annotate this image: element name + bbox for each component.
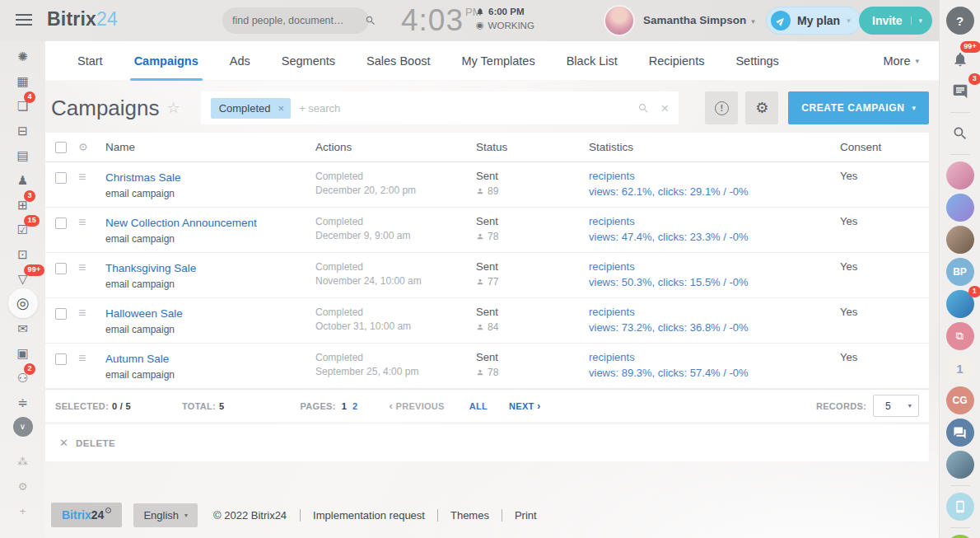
sidebar-item-automation[interactable]: ⚇ 2: [0, 365, 45, 390]
recipients-link[interactable]: recipients: [589, 306, 840, 318]
campaign-name-link[interactable]: Thanksgiving Sale: [105, 262, 196, 274]
chip-close-icon[interactable]: ×: [278, 102, 285, 115]
column-header-statistics[interactable]: Statistics: [589, 141, 840, 153]
mobile-app-button[interactable]: [946, 493, 974, 521]
contact-avatar-initials[interactable]: BP: [946, 258, 974, 286]
photos-channel-button[interactable]: ⧉: [946, 322, 974, 350]
call-button[interactable]: [946, 535, 974, 538]
sidebar-item-preferences[interactable]: ≑: [0, 390, 45, 414]
contact-avatar[interactable]: [946, 451, 974, 479]
sidebar-item-marketing[interactable]: ◎: [0, 291, 45, 316]
sidebar-item-inbox[interactable]: ⊟: [0, 118, 45, 143]
filter-chip[interactable]: Completed ×: [211, 98, 291, 119]
campaign-name-link[interactable]: Halloween Sale: [105, 307, 183, 320]
tab-campaigns[interactable]: Campaigns: [119, 41, 214, 81]
row-checkbox[interactable]: [55, 353, 67, 365]
filter-search-input[interactable]: [299, 102, 637, 115]
tab-recipients[interactable]: Recipients: [633, 41, 721, 81]
sidebar-search-button[interactable]: [946, 119, 974, 147]
contact-avatar[interactable]: [946, 194, 974, 222]
themes-link[interactable]: Themes: [450, 509, 489, 522]
help-button[interactable]: ?: [946, 7, 974, 35]
recipients-link[interactable]: recipients: [589, 215, 840, 227]
recipients-link[interactable]: recipients: [589, 170, 840, 182]
print-link[interactable]: Print: [515, 509, 537, 522]
implementation-request-link[interactable]: Implementation request: [313, 509, 425, 522]
sidebar-item-drive[interactable]: ▣: [0, 340, 45, 365]
sidebar-item-calendar[interactable]: ⊞ 3: [0, 192, 45, 217]
stats-link[interactable]: views: 89.3%, clicks: 57.4% / -0%: [589, 367, 840, 379]
all-button[interactable]: ALL: [469, 401, 488, 411]
page-1[interactable]: 1: [342, 401, 347, 411]
bitrix24-footer-button[interactable]: Bitrix24: [51, 503, 122, 527]
tab-ads[interactable]: Ads: [214, 41, 266, 81]
contact-avatar-initials[interactable]: CG: [946, 386, 974, 414]
tab-segments[interactable]: Segments: [266, 41, 351, 81]
drag-handle-icon[interactable]: ≡: [78, 216, 105, 229]
create-campaign-button[interactable]: CREATE CAMPAIGN ▾: [788, 91, 929, 124]
favorite-star-icon[interactable]: ☆: [167, 99, 180, 117]
row-checkbox[interactable]: [55, 172, 67, 184]
sidebar-item-add[interactable]: +: [0, 498, 45, 523]
drag-handle-icon[interactable]: ≡: [78, 171, 105, 184]
user-menu[interactable]: Samantha Simpson▾: [643, 14, 755, 26]
clock[interactable]: 4:03PM: [401, 3, 482, 38]
sidebar-item-mail[interactable]: ✉: [0, 316, 45, 340]
my-plan-button[interactable]: My plan ▾: [766, 7, 861, 35]
sidebar-item-settings[interactable]: ⚙: [0, 474, 45, 498]
notifications-button[interactable]: 99+: [946, 45, 974, 73]
sidebar-item-feed[interactable]: ✺: [0, 44, 45, 68]
contact-avatar[interactable]: 1: [946, 290, 974, 318]
language-select[interactable]: English ▾: [133, 503, 198, 527]
sidebar-item-documents[interactable]: ▤: [0, 143, 45, 167]
sidebar-item-tasks[interactable]: ☑ 15: [0, 217, 45, 241]
stats-link[interactable]: views: 62.1%, clicks: 29.1% / -0%: [589, 185, 840, 198]
column-header-name[interactable]: Name: [105, 141, 315, 153]
stats-link[interactable]: views: 47.4%, clicks: 23.3% / -0%: [589, 231, 840, 243]
stats-link[interactable]: views: 50.3%, clicks: 15.5% / -0%: [589, 276, 840, 288]
sidebar-item-workspace[interactable]: ▦: [0, 68, 45, 93]
tab-settings[interactable]: Settings: [720, 41, 794, 81]
sidebar-item-expand[interactable]: ∨: [0, 414, 45, 439]
group-chat-button[interactable]: [946, 419, 974, 447]
column-header-consent[interactable]: Consent: [840, 141, 929, 153]
global-search[interactable]: [222, 7, 369, 34]
page-2[interactable]: 2: [352, 401, 357, 411]
column-settings-icon[interactable]: ⚙: [78, 141, 105, 153]
tab-black-list[interactable]: Black List: [551, 41, 633, 81]
drag-handle-icon[interactable]: ≡: [78, 306, 105, 320]
chat-button[interactable]: 3: [946, 77, 974, 105]
sidebar-item-crm[interactable]: ▽ 99+: [0, 266, 45, 291]
global-search-input[interactable]: [232, 15, 365, 26]
next-button[interactable]: NEXT ›: [509, 400, 541, 412]
contact-avatar[interactable]: [946, 226, 974, 254]
select-all-checkbox[interactable]: [55, 142, 67, 153]
contact-avatar[interactable]: 1: [946, 354, 974, 382]
search-icon[interactable]: [637, 102, 650, 115]
stats-link[interactable]: views: 73.2%, clicks: 36.8% / -0%: [589, 321, 840, 334]
sidebar-item-employees[interactable]: ♟: [0, 167, 45, 192]
sidebar-item-sitemap[interactable]: ⁂: [0, 449, 45, 474]
campaign-name-link[interactable]: Christmas Sale: [105, 171, 181, 184]
clear-search-icon[interactable]: ×: [660, 101, 669, 115]
delete-button[interactable]: DELETE: [76, 438, 115, 448]
recipients-link[interactable]: recipients: [589, 351, 840, 363]
filter-search-bar[interactable]: Completed × ×: [201, 91, 679, 124]
column-header-actions[interactable]: Actions: [315, 141, 476, 153]
hamburger-menu-icon[interactable]: [16, 14, 32, 27]
info-button[interactable]: !: [705, 91, 738, 124]
user-avatar[interactable]: [604, 5, 635, 36]
tab-sales-boost[interactable]: Sales Boost: [351, 41, 446, 81]
campaign-name-link[interactable]: Autumn Sale: [105, 353, 169, 365]
drag-handle-icon[interactable]: ≡: [78, 352, 105, 365]
row-checkbox[interactable]: [55, 218, 67, 229]
sidebar-item-messenger[interactable]: ❏ 4: [0, 93, 45, 118]
sidebar-item-contacts[interactable]: ⊡: [0, 241, 45, 266]
drag-handle-icon[interactable]: ≡: [78, 261, 105, 274]
tab-more[interactable]: More▾: [867, 41, 922, 81]
tab-start[interactable]: Start: [62, 41, 119, 81]
recipients-link[interactable]: recipients: [589, 260, 840, 273]
row-checkbox[interactable]: [55, 308, 67, 320]
settings-button[interactable]: ⚙: [745, 91, 778, 124]
column-header-status[interactable]: Status: [476, 141, 589, 153]
